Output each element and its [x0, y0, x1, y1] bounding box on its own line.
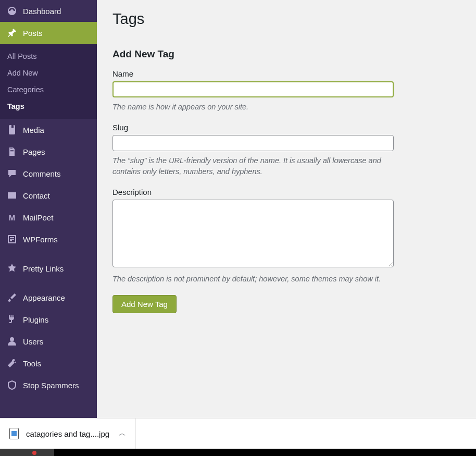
wrench-icon [6, 358, 18, 368]
field-slug: Slug The “slug” is the URL-friendly vers… [112, 123, 476, 177]
menu-label: Stop Spammers [23, 381, 79, 390]
submenu-item-add-new[interactable]: Add New [0, 65, 97, 81]
sidebar-item-contact[interactable]: Contact [0, 184, 97, 206]
pin-icon [6, 28, 18, 38]
file-icon [9, 428, 19, 439]
sidebar-item-wpforms[interactable]: WPForms [0, 228, 97, 250]
sidebar-item-media[interactable]: Media [0, 119, 97, 141]
menu-label: Dashboard [23, 7, 61, 16]
sidebar-item-users[interactable]: Users [0, 330, 97, 352]
name-label: Name [112, 69, 476, 78]
sidebar-item-stop-spammers[interactable]: Stop Spammers [0, 374, 97, 396]
menu-label: WPForms [23, 235, 58, 244]
sidebar-item-pages[interactable]: Pages [0, 141, 97, 163]
menu-label: Media [23, 126, 44, 134]
menu-label: Pretty Links [23, 264, 64, 273]
name-input[interactable] [112, 81, 394, 97]
mail-icon [6, 190, 18, 201]
slug-help: The “slug” is the URL-friendly version o… [112, 155, 394, 177]
description-label: Description [112, 188, 476, 196]
media-icon [6, 125, 18, 135]
user-icon [6, 336, 18, 347]
menu-label: Appearance [23, 293, 65, 302]
menu-label: Plugins [23, 315, 48, 324]
menu-label: Pages [23, 147, 45, 156]
slug-input[interactable] [112, 135, 394, 151]
sidebar-item-dashboard[interactable]: Dashboard [0, 0, 97, 22]
mailpoet-icon: M [6, 213, 18, 222]
sidebar-item-appearance[interactable]: Appearance [0, 287, 97, 309]
taskbar-strip [0, 449, 476, 456]
sidebar-item-mailpoet[interactable]: M MailPoet [0, 206, 97, 228]
pages-icon [6, 146, 18, 157]
admin-sidebar: Dashboard Posts All Posts Add New Catego… [0, 0, 97, 418]
posts-submenu: All Posts Add New Categories Tags [0, 44, 97, 119]
menu-label: Tools [23, 359, 41, 368]
submenu-item-tags[interactable]: Tags [0, 98, 97, 115]
menu-label: MailPoet [23, 213, 53, 222]
sidebar-item-posts[interactable]: Posts [0, 22, 97, 44]
svg-point-4 [10, 337, 14, 341]
comment-icon [6, 168, 18, 179]
name-help: The name is how it appears on your site. [112, 102, 394, 113]
browser-download-bar: catagories and tag....jpg ︿ [0, 418, 476, 449]
description-help: The description is not prominent by defa… [112, 274, 394, 285]
dashboard-icon [6, 6, 18, 16]
sidebar-item-comments[interactable]: Comments [0, 163, 97, 184]
field-description: Description The description is not promi… [112, 188, 476, 285]
menu-label: Comments [23, 169, 61, 178]
menu-label: Posts [23, 29, 43, 38]
sidebar-item-tools[interactable]: Tools [0, 352, 97, 374]
brush-icon [6, 292, 18, 303]
main-content: Tags Add New Tag Name The name is how it… [97, 0, 476, 418]
plug-icon [6, 314, 18, 325]
slug-label: Slug [112, 123, 476, 132]
submenu-item-all-posts[interactable]: All Posts [0, 48, 97, 65]
description-input[interactable] [112, 200, 394, 267]
add-new-tag-button[interactable]: Add New Tag [112, 295, 177, 313]
form-heading: Add New Tag [112, 48, 476, 60]
page-title: Tags [112, 10, 476, 28]
field-name: Name The name is how it appears on your … [112, 69, 476, 113]
forms-icon [6, 234, 18, 244]
menu-label: Contact [23, 191, 50, 200]
download-filename: catagories and tag....jpg [26, 429, 109, 438]
submenu-item-categories[interactable]: Categories [0, 81, 97, 98]
star-icon [6, 263, 18, 274]
shield-icon [6, 380, 18, 390]
sidebar-item-plugins[interactable]: Plugins [0, 309, 97, 330]
chevron-up-icon[interactable]: ︿ [119, 429, 126, 438]
download-item[interactable]: catagories and tag....jpg ︿ [0, 418, 136, 449]
menu-label: Users [23, 337, 43, 346]
sidebar-item-pretty-links[interactable]: Pretty Links [0, 257, 97, 279]
